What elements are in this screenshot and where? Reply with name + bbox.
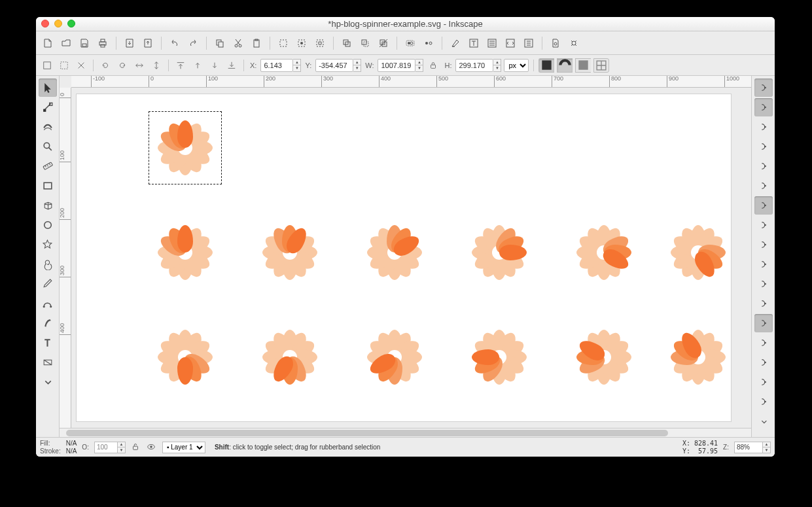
- bezier-tool[interactable]: [39, 294, 57, 313]
- tweak-tool[interactable]: [39, 118, 57, 136]
- raise-top-icon[interactable]: [173, 58, 188, 73]
- spinner-graphic[interactable]: [362, 324, 427, 390]
- layer-select[interactable]: ▪ Layer 1: [162, 442, 205, 453]
- measure-tool[interactable]: [39, 157, 57, 175]
- x-input[interactable]: [260, 59, 293, 72]
- xml-icon[interactable]: [503, 35, 518, 51]
- more-tools[interactable]: [39, 373, 57, 391]
- spinner-graphic[interactable]: [467, 324, 532, 390]
- spiral-tool[interactable]: [39, 255, 57, 273]
- select-all-layers-icon[interactable]: [40, 58, 54, 73]
- zoom-input[interactable]: [734, 442, 763, 453]
- lower-icon[interactable]: [207, 58, 222, 73]
- preferences-icon[interactable]: [566, 35, 582, 51]
- ellipse-tool[interactable]: [39, 216, 57, 234]
- text-tool[interactable]: [39, 334, 57, 352]
- opacity-spinner[interactable]: ▲▼: [118, 442, 126, 453]
- redo-icon[interactable]: [185, 35, 201, 51]
- rotate-cw-icon[interactable]: [115, 58, 130, 73]
- import-icon[interactable]: [122, 35, 137, 51]
- x-spinner[interactable]: ▲▼: [293, 59, 301, 72]
- canvas[interactable]: [77, 94, 731, 421]
- snap-bbox-center-icon[interactable]: [754, 177, 773, 195]
- close-window-button[interactable]: [41, 20, 49, 27]
- paste-icon[interactable]: [249, 35, 264, 51]
- copy-icon[interactable]: [212, 35, 228, 51]
- y-input[interactable]: [315, 59, 353, 72]
- spinner-graphic[interactable]: [571, 220, 637, 285]
- snap-intersection-icon[interactable]: [754, 236, 773, 254]
- fill-stroke-icon[interactable]: [448, 35, 463, 51]
- spinner-graphic[interactable]: [665, 324, 731, 390]
- cut-icon[interactable]: [230, 35, 246, 51]
- snap-other-icon[interactable]: [754, 373, 773, 391]
- align-icon[interactable]: [521, 35, 537, 51]
- h-spinner[interactable]: ▲▼: [493, 59, 501, 72]
- clone-icon[interactable]: [357, 35, 373, 51]
- scale-corners-toggle[interactable]: [557, 58, 573, 73]
- lower-bottom-icon[interactable]: [224, 58, 239, 73]
- scale-stroke-toggle[interactable]: [538, 58, 554, 73]
- minimize-window-button[interactable]: [54, 20, 62, 27]
- fill-value[interactable]: N/A: [66, 440, 77, 447]
- ruler-vertical[interactable]: 0100200300400: [60, 88, 71, 428]
- flip-v-icon[interactable]: [149, 58, 164, 73]
- spinner-graphic[interactable]: [257, 324, 323, 390]
- spinner-graphic[interactable]: [257, 220, 323, 285]
- opacity-input[interactable]: [94, 442, 118, 453]
- canvas-viewport[interactable]: [71, 88, 751, 428]
- snap-object-center-icon[interactable]: [754, 314, 773, 332]
- snap-bbox-edge-icon[interactable]: [754, 118, 773, 136]
- duplicate-icon[interactable]: [339, 35, 355, 51]
- text-dialog-icon[interactable]: [466, 35, 482, 51]
- layer-lock-icon[interactable]: [131, 442, 141, 453]
- snap-path-icon[interactable]: [754, 216, 773, 234]
- unit-select[interactable]: px: [504, 59, 529, 72]
- selector-tool[interactable]: [39, 79, 57, 97]
- horizontal-scrollbar[interactable]: [60, 428, 751, 437]
- star-tool[interactable]: [39, 236, 57, 254]
- snap-nodes-icon[interactable]: [754, 196, 773, 215]
- move-gradients-toggle[interactable]: [575, 58, 591, 73]
- snap-bbox-midpoint-icon[interactable]: [754, 157, 773, 175]
- export-icon[interactable]: [140, 35, 156, 51]
- zoom-selection-icon[interactable]: [275, 35, 291, 51]
- rotate-ccw-icon[interactable]: [98, 58, 113, 73]
- layers-icon[interactable]: [484, 35, 500, 51]
- spinner-graphic[interactable]: [467, 220, 532, 285]
- scrollbar-thumb[interactable]: [66, 430, 668, 436]
- w-input[interactable]: [378, 59, 415, 72]
- select-all-icon[interactable]: [57, 58, 71, 73]
- raise-icon[interactable]: [190, 58, 205, 73]
- unlink-clone-icon[interactable]: [376, 35, 391, 51]
- document-properties-icon[interactable]: [548, 35, 563, 51]
- calligraphy-tool[interactable]: [39, 314, 57, 332]
- gradient-tool[interactable]: [39, 353, 57, 372]
- snap-line-midpoint-icon[interactable]: [754, 294, 773, 313]
- h-input[interactable]: [455, 59, 493, 72]
- box3d-tool[interactable]: [39, 196, 57, 215]
- snap-text-baseline-icon[interactable]: [754, 353, 773, 372]
- group-icon[interactable]: [402, 35, 418, 51]
- snap-rotation-center-icon[interactable]: [754, 334, 773, 352]
- snap-smooth-icon[interactable]: [754, 275, 773, 293]
- y-spinner[interactable]: ▲▼: [353, 59, 361, 72]
- move-patterns-toggle[interactable]: [593, 58, 609, 73]
- snap-enable-icon[interactable]: [754, 79, 773, 97]
- zoom-drawing-icon[interactable]: [294, 35, 309, 51]
- rectangle-tool[interactable]: [39, 177, 57, 195]
- zoom-spinner[interactable]: ▲▼: [763, 442, 771, 453]
- spinner-graphic[interactable]: [571, 324, 637, 390]
- flip-h-icon[interactable]: [132, 58, 147, 73]
- node-tool[interactable]: [39, 98, 57, 116]
- deselect-icon[interactable]: [74, 58, 88, 73]
- save-icon[interactable]: [77, 35, 92, 51]
- stroke-value[interactable]: N/A: [66, 447, 77, 455]
- new-document-icon[interactable]: [40, 35, 56, 51]
- snap-page-icon[interactable]: [754, 393, 773, 411]
- layer-visibility-icon[interactable]: [147, 442, 157, 453]
- open-icon[interactable]: [58, 35, 74, 51]
- more-snap-icon[interactable]: [754, 412, 773, 430]
- spinner-graphic[interactable]: [152, 220, 218, 285]
- print-icon[interactable]: [95, 35, 111, 51]
